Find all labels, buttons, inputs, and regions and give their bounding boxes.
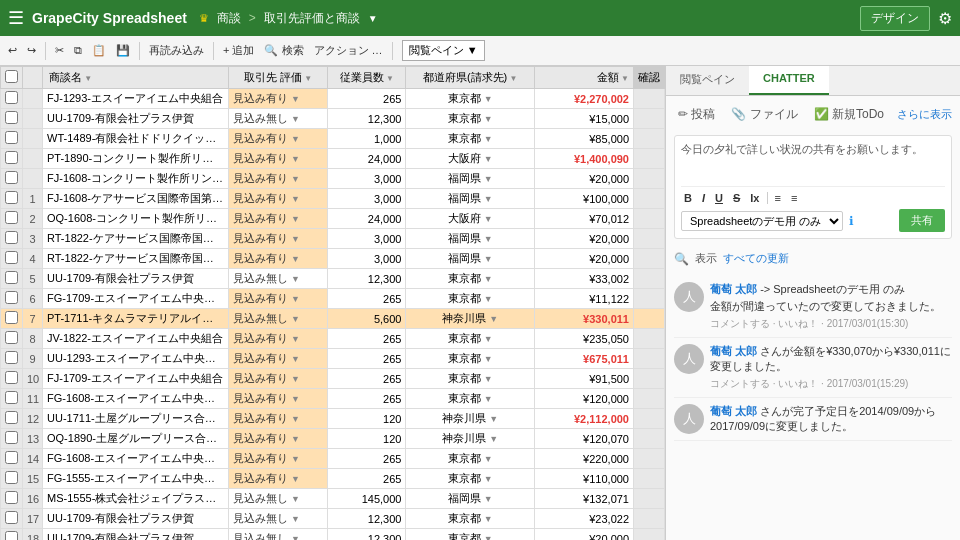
row-num-18: 14 xyxy=(23,449,43,469)
header-amount[interactable]: 金額 xyxy=(534,67,633,89)
file-button[interactable]: 📎 ファイル xyxy=(727,104,801,125)
copy-button[interactable]: ⧉ xyxy=(70,42,86,59)
row-dealname-18[interactable]: FG-1608-エスイーアイエム中央組合 xyxy=(43,449,229,469)
post-button[interactable]: ✏ 投稿 xyxy=(674,104,719,125)
row-check-22[interactable] xyxy=(1,529,23,541)
row-dealname-6[interactable]: OQ-1608-コンクリート製作所リンク有限… xyxy=(43,209,229,229)
row-dealname-13[interactable]: UU-1293-エスイーアイエム中央組合 xyxy=(43,349,229,369)
row-check-0[interactable] xyxy=(1,89,23,109)
feed-text-0: 葡萄 太郎 -> Spreadsheetのデモ用 のみ 金額が間違っていたので変… xyxy=(710,282,952,315)
redo-button[interactable]: ↪ xyxy=(23,42,40,59)
save-button[interactable]: 💾 xyxy=(112,42,134,59)
header-pref[interactable]: 都道府県(請求先) xyxy=(406,67,534,89)
row-dealname-8[interactable]: RT-1822-ケアサービス国際帝国第一… xyxy=(43,249,229,269)
action-button[interactable]: アクション … xyxy=(310,41,387,60)
reload-button[interactable]: 再読み込み xyxy=(145,41,208,60)
row-dealname-0[interactable]: FJ-1293-エスイーアイエム中央組合 xyxy=(43,89,229,109)
row-dealname-11[interactable]: PT-1711-キタムラマテリアルイレブン組合 xyxy=(43,309,229,329)
row-dealname-3[interactable]: PT-1890-コンクリート製作所リンク有限… xyxy=(43,149,229,169)
feed-author-1[interactable]: 葡萄 太郎 xyxy=(710,345,757,357)
row-amount-22: ¥20,000 xyxy=(534,529,633,541)
row-check-19[interactable] xyxy=(1,469,23,489)
row-dealname-7[interactable]: RT-1822-ケアサービス国際帝国第一… xyxy=(43,229,229,249)
row-check-4[interactable] xyxy=(1,169,23,189)
row-check-13[interactable] xyxy=(1,349,23,369)
add-button[interactable]: + 追加 xyxy=(219,41,258,60)
nav-dropdown[interactable]: ▼ xyxy=(368,13,378,24)
header-dealname[interactable]: 商談名 xyxy=(43,67,229,89)
tab-chatter[interactable]: CHATTER xyxy=(749,66,829,95)
row-check-6[interactable] xyxy=(1,209,23,229)
cut-button[interactable]: ✂ xyxy=(51,42,68,59)
row-pref-18: 東京都 ▼ xyxy=(406,449,534,469)
row-check-5[interactable] xyxy=(1,189,23,209)
format-italic-x[interactable]: Ix xyxy=(747,191,762,205)
row-dealname-14[interactable]: FJ-1709-エスイーアイエム中央組合 xyxy=(43,369,229,389)
row-check-21[interactable] xyxy=(1,509,23,529)
header-check[interactable] xyxy=(1,67,23,89)
select-all-checkbox[interactable] xyxy=(5,70,18,83)
row-dealname-15[interactable]: FG-1608-エスイーアイエム中央組合 xyxy=(43,389,229,409)
format-bold[interactable]: B xyxy=(681,191,695,205)
more-link[interactable]: さらに表示 xyxy=(897,107,952,122)
row-check-10[interactable] xyxy=(1,289,23,309)
menu-icon[interactable]: ☰ xyxy=(8,7,24,29)
row-dealname-1[interactable]: UU-1709-有限会社プラス伊賀 xyxy=(43,109,229,129)
row-check-12[interactable] xyxy=(1,329,23,349)
row-dealname-12[interactable]: JV-1822-エスイーアイエム中央組合 xyxy=(43,329,229,349)
audience-select[interactable]: Spreadsheetのデモ用 のみ xyxy=(681,211,843,231)
header-employees[interactable]: 従業員数 xyxy=(328,67,406,89)
nav-item2[interactable]: 取引先評価と商談 xyxy=(264,10,360,27)
format-strikethrough[interactable]: S xyxy=(730,191,743,205)
row-dealname-10[interactable]: FG-1709-エスイーアイエム中央組合 xyxy=(43,289,229,309)
row-dealname-9[interactable]: UU-1709-有限会社プラス伊賀 xyxy=(43,269,229,289)
row-check-8[interactable] xyxy=(1,249,23,269)
feed-search-icon[interactable]: 🔍 xyxy=(674,252,689,266)
paste-button[interactable]: 📋 xyxy=(88,42,110,59)
row-check-11[interactable] xyxy=(1,309,23,329)
file-label: ファイル xyxy=(750,107,798,121)
row-dealname-22[interactable]: UU-1709-有限会社プラス伊賀 xyxy=(43,529,229,541)
undo-button[interactable]: ↩ xyxy=(4,42,21,59)
nav-item1[interactable]: 商談 xyxy=(217,10,241,27)
row-check-15[interactable] xyxy=(1,389,23,409)
row-dealname-5[interactable]: FJ-1608-ケアサービス国際帝国第一有… xyxy=(43,189,229,209)
format-list1[interactable]: ≡ xyxy=(772,191,784,205)
row-employees-9: 12,300 xyxy=(328,269,406,289)
row-check-7[interactable] xyxy=(1,229,23,249)
feed-author-0[interactable]: 葡萄 太郎 xyxy=(710,283,757,295)
row-dealname-2[interactable]: WT-1489-有限会社ドドリクイック機械 xyxy=(43,129,229,149)
search-button[interactable]: 🔍 検索 xyxy=(260,41,307,60)
row-check-2[interactable] xyxy=(1,129,23,149)
share-button[interactable]: 共有 xyxy=(899,209,945,232)
row-dealname-19[interactable]: FG-1555-エスイーアイエム中央組合 xyxy=(43,469,229,489)
gear-button[interactable]: ⚙ xyxy=(938,9,952,28)
view-pane-button[interactable]: 閲覧ペイン ▼ xyxy=(402,40,485,61)
row-check-20[interactable] xyxy=(1,489,23,509)
info-icon[interactable]: ℹ xyxy=(849,214,854,228)
format-underline[interactable]: U xyxy=(712,191,726,205)
row-check-16[interactable] xyxy=(1,409,23,429)
row-check-14[interactable] xyxy=(1,369,23,389)
design-button[interactable]: デザイン xyxy=(860,6,930,31)
row-check-9[interactable] xyxy=(1,269,23,289)
todo-button[interactable]: ✅ 新規ToDo xyxy=(810,104,888,125)
feed-all-link[interactable]: すべての更新 xyxy=(723,251,789,266)
row-dealname-4[interactable]: FJ-1608-コンクリート製作所リンク国第一… xyxy=(43,169,229,189)
row-check-18[interactable] xyxy=(1,449,23,469)
scroll-wrapper[interactable]: 商談名 取引先 評価 従業員数 都道府県(請求先) 金額 確認 FJ-1293-… xyxy=(0,66,665,540)
feed-author-2[interactable]: 葡萄 太郎 xyxy=(710,405,757,417)
row-check-3[interactable] xyxy=(1,149,23,169)
format-list2[interactable]: ≡ xyxy=(788,191,800,205)
tab-browsepane[interactable]: 閲覧ペイン xyxy=(666,66,749,95)
row-dealname-17[interactable]: OQ-1890-土屋グループリース合資会社 xyxy=(43,429,229,449)
row-dealname-16[interactable]: UU-1711-土屋グループリース合資会社 xyxy=(43,409,229,429)
row-confirm-13 xyxy=(634,349,665,369)
row-check-17[interactable] xyxy=(1,429,23,449)
format-italic[interactable]: I xyxy=(699,191,708,205)
row-dealname-21[interactable]: UU-1709-有限会社プラス伊賀 xyxy=(43,509,229,529)
row-check-1[interactable] xyxy=(1,109,23,129)
post-textarea[interactable] xyxy=(681,142,945,180)
row-dealname-20[interactable]: MS-1555-株式会社ジェイプラスファルマ xyxy=(43,489,229,509)
header-eval[interactable]: 取引先 評価 xyxy=(229,67,328,89)
